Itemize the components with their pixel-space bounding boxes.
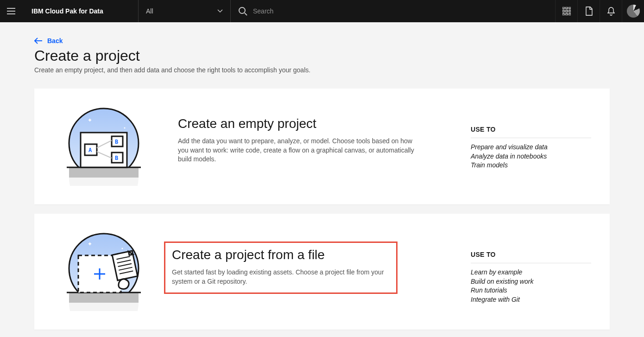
hamburger-icon <box>7 8 15 14</box>
file-project-illustration <box>62 232 145 311</box>
app-header: IBM Cloud Pak for Data All <box>0 0 644 22</box>
svg-rect-3 <box>569 7 571 9</box>
useto-label: USE TO <box>471 126 591 138</box>
svg-rect-7 <box>562 13 564 15</box>
svg-rect-11 <box>69 167 139 178</box>
empty-project-illustration: B B A <box>62 107 145 186</box>
svg-rect-4 <box>562 10 564 12</box>
card-sidebar: USE TO Learn by example Build on existin… <box>471 232 591 304</box>
main-content: Back Create a project Create an empty pr… <box>0 22 644 337</box>
useto-item: Integrate with Git <box>471 295 591 305</box>
card-sidebar: USE TO Prepare and visualize data Analyz… <box>471 107 591 170</box>
svg-point-25 <box>122 248 123 249</box>
search-icon <box>238 6 247 16</box>
user-avatar[interactable] <box>622 0 644 22</box>
card-title: Create a project from a file <box>172 248 390 262</box>
document-icon <box>585 6 593 16</box>
svg-text:B: B <box>115 139 118 145</box>
scope-dropdown-label: All <box>146 7 153 15</box>
useto-item: Train models <box>471 161 591 170</box>
card-description: Add the data you want to prepare, analyz… <box>178 137 419 164</box>
useto-list: Learn by example Build on existing work … <box>471 268 591 304</box>
scope-dropdown[interactable]: All <box>138 0 231 22</box>
svg-rect-8 <box>566 13 568 15</box>
header-actions <box>555 0 644 22</box>
card-body: Create an empty project Add the data you… <box>145 107 471 164</box>
useto-item: Prepare and visualize data <box>471 143 591 152</box>
svg-rect-2 <box>566 7 568 9</box>
arrow-left-icon <box>34 38 43 44</box>
avatar-pie-icon <box>627 5 640 18</box>
notifications-button[interactable] <box>600 0 622 22</box>
chevron-down-icon <box>217 9 223 13</box>
useto-item: Build on existing work <box>471 277 591 286</box>
card-body: Create a project from a file Get started… <box>145 232 471 294</box>
svg-rect-23 <box>69 292 139 303</box>
svg-rect-6 <box>569 10 571 12</box>
useto-item: Analyze data in notebooks <box>471 152 591 161</box>
hamburger-menu-button[interactable] <box>0 0 22 22</box>
useto-item: Learn by example <box>471 268 591 277</box>
highlight-annotation: Create a project from a file Get started… <box>164 242 398 294</box>
back-label: Back <box>47 37 63 45</box>
back-link[interactable]: Back <box>34 37 610 45</box>
page-subtitle: Create an empty project, and then add da… <box>34 66 610 74</box>
search-input[interactable] <box>253 7 392 15</box>
create-project-from-file-card[interactable]: Create a project from a file Get started… <box>34 214 610 330</box>
useto-list: Prepare and visualize data Analyze data … <box>471 143 591 170</box>
svg-point-13 <box>124 127 126 129</box>
svg-text:B: B <box>115 155 118 161</box>
brand-title: IBM Cloud Pak for Data <box>22 7 138 15</box>
svg-text:A: A <box>88 147 92 153</box>
card-title: Create an empty project <box>178 116 443 131</box>
create-empty-project-card[interactable]: B B A Create an empty project Add the da… <box>34 89 610 204</box>
svg-rect-9 <box>569 13 571 15</box>
svg-rect-5 <box>566 10 568 12</box>
search-container <box>231 0 555 22</box>
app-switcher-icon <box>562 7 571 15</box>
apps-button[interactable] <box>555 0 577 22</box>
svg-point-0 <box>239 7 245 13</box>
svg-rect-1 <box>562 7 564 9</box>
useto-label: USE TO <box>471 251 591 263</box>
page-title: Create a project <box>34 47 610 64</box>
card-description: Get started fast by loading existing ass… <box>172 268 390 286</box>
bell-icon <box>607 6 615 16</box>
svg-rect-27 <box>112 251 138 280</box>
document-button[interactable] <box>577 0 600 22</box>
useto-item: Run tutorials <box>471 286 591 295</box>
